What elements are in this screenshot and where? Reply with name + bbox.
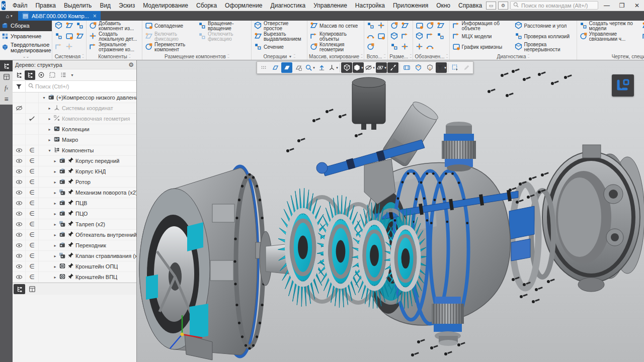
ribbon-button-dim5[interactable] — [389, 42, 399, 52]
ribbon-button-copy-objects[interactable]: Копировать объекты — [309, 32, 361, 42]
ribbon-button-print[interactable] — [54, 32, 63, 42]
in-icon[interactable]: ∈ — [26, 230, 39, 240]
menu-приложения[interactable]: Приложения — [389, 0, 432, 11]
ribbon-button-geometry-collection[interactable]: Коллекция геометрии — [309, 42, 361, 52]
viewport-tool-hide-eye[interactable]: ▾ — [364, 62, 375, 73]
assembly-3d-model[interactable] — [137, 60, 644, 362]
ribbon-button-rotation-rotation[interactable]: Вращение-вращение — [197, 21, 250, 31]
ribbon-button-aux3[interactable] — [366, 32, 375, 42]
tree-toolbar-display-options[interactable] — [58, 70, 68, 80]
ribbon-button-section[interactable]: Сечение — [253, 42, 305, 52]
in-icon[interactable]: ∈ — [26, 177, 39, 187]
tree-row[interactable]: ∈▸Переходник — [13, 240, 136, 251]
menu-окно[interactable]: Окно — [432, 0, 454, 11]
tree-row[interactable]: ▸Коллекции — [13, 124, 136, 135]
menu-файл[interactable]: Файл — [9, 0, 32, 11]
expand-arrow[interactable]: ▸ — [53, 233, 57, 237]
expand-arrow[interactable]: ▸ — [53, 212, 57, 216]
viewport-tool-orient-up[interactable] — [316, 62, 327, 73]
expand-arrow[interactable]: ▸ — [53, 275, 57, 280]
link-off-icon[interactable] — [26, 114, 39, 124]
ribbon-button-cut-extrude[interactable]: Вырезать выдавливанием — [253, 32, 305, 42]
ribbon-button-dim3[interactable] — [389, 32, 399, 42]
tree-row[interactable]: ∈▸ПЦВ — [13, 198, 136, 209]
ribbon-button-collision-check[interactable]: Проверка коллизий — [514, 32, 575, 42]
menu-диагностика[interactable]: Диагностика — [267, 0, 310, 11]
ribbon-button-create-local-part[interactable]: Создать локальную дет... — [88, 32, 140, 42]
eye-icon[interactable] — [13, 261, 26, 272]
ribbon-button-preview[interactable] — [64, 32, 74, 42]
tree-row[interactable]: ▾(+)Компрессор низкого давления (Т — [13, 93, 136, 103]
ribbon-button-mirror-components[interactable]: Зеркальное отражение ко... — [88, 42, 140, 52]
viewport-tool-pencil[interactable] — [461, 62, 472, 73]
ribbon-button-ann6[interactable] — [436, 32, 445, 42]
viewport-tool-filter[interactable]: ▾ — [436, 62, 447, 73]
close-button[interactable]: ✕ — [630, 1, 643, 11]
menu-оформление[interactable]: Оформление — [221, 0, 266, 11]
eye-icon[interactable] — [13, 166, 26, 176]
tree-row[interactable]: ∈▸Кронштейн ОПЦ — [13, 261, 136, 272]
ribbon-button-curvature-graph[interactable]: График кривизны — [451, 42, 513, 52]
viewport-3d[interactable]: ▾▾▾▾▾▾ — [137, 60, 644, 362]
ribbon-button-aux4[interactable] — [376, 32, 386, 42]
filter-icon[interactable] — [13, 81, 26, 93]
panel-menu-button[interactable]: ≡ — [0, 94, 13, 105]
expand-arrow[interactable]: ▸ — [53, 254, 57, 258]
menu-моделирование[interactable]: Моделирование — [139, 0, 192, 11]
ribbon-button-manage-linked-specs[interactable]: Управление связанными с... — [641, 32, 644, 42]
tree-row[interactable]: ∈▸ПЦО — [13, 209, 136, 219]
home-button[interactable]: ⌂▾ — [0, 11, 18, 21]
in-icon[interactable]: ∈ — [26, 219, 39, 229]
ribbon-button-save[interactable] — [75, 21, 85, 31]
settings-box-icon[interactable]: ⚙ — [498, 2, 508, 10]
ribbon-category-solid[interactable]: Твердотельное моделирование — [0, 42, 52, 54]
ribbon-button-open[interactable] — [64, 21, 74, 31]
viewport-tool-film[interactable] — [401, 62, 412, 73]
ribbon-button-undo[interactable] — [54, 42, 63, 52]
expand-arrow[interactable]: ▸ — [47, 106, 52, 111]
list-view-tab[interactable] — [26, 284, 38, 294]
expand-arrow[interactable]: ▸ — [53, 180, 57, 185]
ribbon-button-aux1[interactable] — [366, 21, 375, 31]
viewport-tool-plane-corner[interactable] — [293, 62, 304, 73]
expand-arrow[interactable]: ▸ — [47, 117, 52, 121]
ribbon-button-ann5[interactable] — [425, 32, 435, 42]
eye-icon[interactable] — [13, 177, 26, 187]
menu-выделить[interactable]: Выделить — [60, 0, 96, 11]
viewport-tool-zoom[interactable]: ▾ — [304, 62, 315, 73]
eye-icon[interactable] — [13, 251, 26, 261]
ribbon-button-distance-angle[interactable]: Расстояние и угол — [514, 21, 575, 31]
command-search[interactable] — [510, 1, 598, 10]
menu-справка[interactable]: Справка — [454, 0, 486, 11]
eye-icon[interactable] — [13, 145, 26, 155]
eye-icon[interactable] — [13, 240, 26, 250]
tree-view-tab[interactable] — [14, 284, 25, 294]
expand-arrow[interactable]: ▸ — [53, 201, 57, 206]
ribbon-button-dim6[interactable] — [400, 42, 410, 52]
ribbon-button-ann2[interactable] — [425, 21, 435, 31]
viewport-tool-box2[interactable] — [413, 62, 424, 73]
in-icon[interactable]: ∈ — [26, 145, 39, 155]
viewport-tool-plane[interactable] — [270, 62, 281, 73]
expand-arrow[interactable]: ▾ — [42, 96, 46, 100]
window-layout-icon[interactable]: ▭ — [486, 2, 496, 10]
ribbon-button-aux2[interactable] — [376, 21, 386, 31]
tree-toolbar-selection-set[interactable] — [47, 70, 57, 80]
expand-arrow[interactable]: ▸ — [47, 138, 52, 142]
ribbon-button-redo[interactable] — [64, 42, 74, 52]
eye-icon[interactable] — [13, 219, 26, 229]
variables-panel-button[interactable]: fx — [0, 82, 13, 94]
eye-icon[interactable] — [13, 198, 26, 208]
viewport-tool-eye-plane[interactable]: ▾ — [376, 62, 387, 73]
ribbon-button-create-specification[interactable]: Создать спецификаци... — [641, 21, 644, 31]
tree-panel-button[interactable] — [0, 60, 13, 71]
eye-off-icon[interactable] — [13, 103, 26, 113]
tree-row[interactable]: ∈▸Корпус передний — [13, 156, 136, 166]
ribbon-button-aux5[interactable] — [366, 42, 375, 52]
viewport-tool-explode[interactable] — [387, 62, 398, 73]
ribbon-button-add-component[interactable]: Добавить компонент из... — [88, 21, 140, 31]
ribbon-button-ann3[interactable] — [436, 21, 445, 31]
menu-сборка[interactable]: Сборка — [192, 0, 221, 11]
ribbon-button-ann1[interactable] — [415, 21, 424, 31]
orientation-widget[interactable] — [612, 74, 634, 97]
